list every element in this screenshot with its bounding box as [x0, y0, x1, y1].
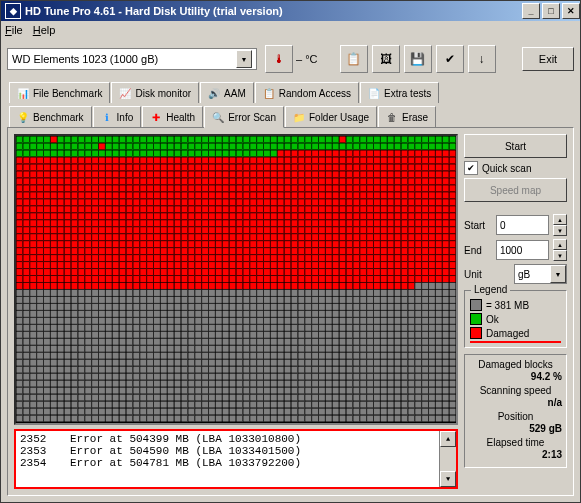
tab-row-2: 💡BenchmarkℹInfo✚Health🔍Error Scan📁Folder…	[1, 103, 580, 127]
tab-benchmark[interactable]: 💡Benchmark	[9, 106, 92, 127]
end-field: End 1000 ▲▼	[464, 239, 567, 261]
tab-erase[interactable]: 🗑Erase	[378, 106, 436, 127]
checkbox-icon: ✔	[464, 161, 478, 175]
error-line: 2352Error at 504399 MB (LBA 1033010800)	[20, 433, 452, 445]
error-line: 2353Error at 504590 MB (LBA 1033401500)	[20, 445, 452, 457]
chevron-down-icon[interactable]: ▼	[236, 50, 252, 68]
drive-select[interactable]: WD Elements 1023 (1000 gB) ▼	[7, 48, 257, 70]
maximize-button[interactable]: □	[542, 3, 560, 19]
start-input[interactable]: 0	[496, 215, 549, 235]
quick-scan-checkbox[interactable]: ✔ Quick scan	[464, 161, 567, 175]
erase-icon: 🗑	[386, 111, 398, 123]
temperature-value: – °C	[296, 53, 318, 65]
speed-map-button[interactable]: Speed map	[464, 178, 567, 202]
benchmark-icon: 💡	[17, 111, 29, 123]
stats-box: Damaged blocks 94.2 % Scanning speed n/a…	[464, 354, 567, 468]
scroll-up-icon[interactable]: ▲	[440, 431, 456, 447]
tab-disk-monitor[interactable]: 📈Disk monitor	[111, 82, 199, 103]
disk-monitor-icon: 📈	[119, 87, 131, 99]
right-pane: Start ✔ Quick scan Speed map Start 0 ▲▼ …	[464, 134, 567, 489]
copy-screenshot-button[interactable]: 🖼	[372, 45, 400, 73]
window-title: HD Tune Pro 4.61 - Hard Disk Utility (tr…	[25, 5, 283, 17]
minimize-tray-button[interactable]: ↓	[468, 45, 496, 73]
toolbar: WD Elements 1023 (1000 gB) ▼ 🌡 – °C 📋 🖼 …	[1, 39, 580, 79]
menu-help[interactable]: Help	[33, 24, 56, 36]
chevron-down-icon[interactable]: ▼	[550, 265, 566, 283]
aam-icon: 🔊	[208, 87, 220, 99]
start-field: Start 0 ▲▼	[464, 214, 567, 236]
unit-field: Unit gB ▼	[464, 264, 567, 284]
titlebar: ◆ HD Tune Pro 4.61 - Hard Disk Utility (…	[1, 1, 580, 21]
minimize-button[interactable]: _	[522, 3, 540, 19]
scroll-down-icon[interactable]: ▼	[440, 471, 456, 487]
app-window: ◆ HD Tune Pro 4.61 - Hard Disk Utility (…	[0, 0, 581, 503]
error-log-scrollbar[interactable]: ▲ ▼	[439, 431, 456, 487]
tab-random-access[interactable]: 📋Random Access	[255, 82, 359, 103]
app-icon: ◆	[5, 3, 21, 19]
temperature-display: 🌡 – °C	[265, 45, 318, 73]
tab-error-scan[interactable]: 🔍Error Scan	[204, 106, 284, 128]
tab-extra-tests[interactable]: 📄Extra tests	[360, 82, 439, 103]
scan-grid-container	[14, 134, 458, 425]
error-scan-icon: 🔍	[212, 111, 224, 123]
menu-file[interactable]: File	[5, 24, 23, 36]
thermometer-icon: 🌡	[265, 45, 293, 73]
info-icon: ℹ	[101, 111, 113, 123]
legend-underline	[470, 341, 561, 343]
unit-select[interactable]: gB ▼	[514, 264, 567, 284]
health-icon: ✚	[150, 111, 162, 123]
folder-usage-icon: 📁	[293, 111, 305, 123]
legend-box: Legend = 381 MB Ok Damaged	[464, 290, 567, 348]
save-button[interactable]: 💾	[404, 45, 432, 73]
tab-row-1: 📊File Benchmark📈Disk monitor🔊AAM📋Random …	[1, 79, 580, 103]
close-button[interactable]: ✕	[562, 3, 580, 19]
tab-aam[interactable]: 🔊AAM	[200, 82, 254, 103]
start-button[interactable]: Start	[464, 134, 567, 158]
copy-info-button[interactable]: 📋	[340, 45, 368, 73]
error-log: 2352Error at 504399 MB (LBA 1033010800)2…	[14, 429, 458, 489]
tab-file-benchmark[interactable]: 📊File Benchmark	[9, 82, 110, 103]
file-benchmark-icon: 📊	[17, 87, 29, 99]
error-line: 2354Error at 504781 MB (LBA 1033792200)	[20, 457, 452, 469]
drive-select-value: WD Elements 1023 (1000 gB)	[12, 53, 158, 65]
exit-button[interactable]: Exit	[522, 47, 574, 71]
tab-folder-usage[interactable]: 📁Folder Usage	[285, 106, 377, 127]
extra-tests-icon: 📄	[368, 87, 380, 99]
options-button[interactable]: ✔	[436, 45, 464, 73]
end-spinner[interactable]: ▲▼	[553, 239, 567, 261]
menubar: File Help	[1, 21, 580, 39]
damaged-swatch	[470, 327, 482, 339]
end-input[interactable]: 1000	[496, 240, 549, 260]
ok-swatch	[470, 313, 482, 325]
tab-info[interactable]: ℹInfo	[93, 106, 142, 127]
random-access-icon: 📋	[263, 87, 275, 99]
block-size-swatch	[470, 299, 482, 311]
start-spinner[interactable]: ▲▼	[553, 214, 567, 236]
scan-grid	[16, 136, 456, 422]
tab-health[interactable]: ✚Health	[142, 106, 203, 127]
tab-content: 2352Error at 504399 MB (LBA 1033010800)2…	[7, 127, 574, 496]
left-pane: 2352Error at 504399 MB (LBA 1033010800)2…	[14, 134, 458, 489]
